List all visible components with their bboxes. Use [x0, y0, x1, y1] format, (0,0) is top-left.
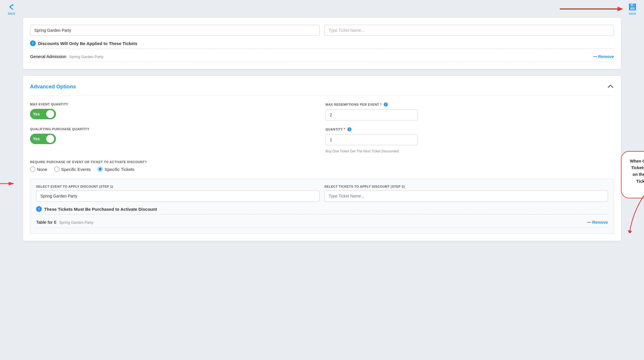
toolbar: back save — [0, 0, 644, 18]
svg-rect-5 — [633, 4, 634, 6]
radio-none[interactable]: None — [30, 167, 47, 172]
radio-none-label: None — [37, 167, 47, 172]
tickets-info-label: These Tickets Must Be Purchased to Activ… — [44, 207, 157, 212]
step1-col: SELECT EVENT TO APPLY DISCOUNT (STEP 1) — [36, 185, 320, 202]
radio-specific-tickets[interactable]: Specific Tickets — [98, 167, 134, 172]
max-redemptions-label: MAX REDEMPTIONS PER EVENT * i — [325, 102, 614, 107]
max-event-quantity-group: MAX EVENT QUANTITY Yes — [30, 102, 319, 120]
max-event-quantity-toggle[interactable]: Yes — [30, 109, 56, 119]
ticket-name-input[interactable] — [324, 25, 614, 36]
advanced-header: Advanced Options — [30, 83, 614, 96]
radio-tickets-label: Specific Tickets — [104, 167, 134, 172]
qualifying-toggle-circle — [46, 135, 54, 143]
radio-specific-events[interactable]: Specific Events — [54, 167, 91, 172]
svg-rect-4 — [630, 7, 635, 10]
red-arrow — [560, 4, 623, 14]
step-inputs: SELECT EVENT TO APPLY DISCOUNT (STEP 1) … — [36, 185, 608, 202]
event-inputs — [30, 25, 614, 36]
qualifying-purchase-toggle[interactable]: Yes — [30, 134, 56, 144]
advanced-card: Advanced Options MAX EVENT QUANTITY Yes — [23, 76, 621, 241]
require-purchase-label: REQUIRE PURCHASE OF EVENT OR TICKET TO A… — [30, 160, 614, 164]
remove-label-step: Remove — [592, 220, 608, 225]
qualifying-toggle-label: Yes — [32, 137, 40, 141]
top-card: i Discounts Will Only Be Applied to Thes… — [23, 18, 621, 69]
options-grid: MAX EVENT QUANTITY Yes MAX REDEMPTIONS P… — [30, 102, 614, 153]
ticket-event-text: Spring Garden Party — [69, 55, 104, 59]
remove-button-step[interactable]: Remove — [587, 220, 608, 225]
back-label: back — [8, 12, 15, 16]
collapse-button[interactable] — [607, 83, 614, 91]
max-redemptions-group: MAX REDEMPTIONS PER EVENT * i — [325, 102, 614, 120]
tickets-info-icon: i — [36, 206, 42, 212]
svg-rect-6 — [593, 56, 597, 57]
save-label: save — [629, 12, 636, 16]
quantity-label: QUANTITY * i — [325, 127, 614, 131]
back-button[interactable]: back — [7, 2, 16, 16]
step1-label: SELECT EVENT TO APPLY DISCOUNT (STEP 1) — [36, 185, 320, 188]
max-redemptions-input[interactable] — [325, 109, 418, 120]
advanced-options-title: Advanced Options — [30, 84, 76, 90]
max-event-quantity-label: MAX EVENT QUANTITY — [30, 102, 319, 106]
radio-none-input[interactable] — [30, 167, 35, 172]
max-event-toggle-label: Yes — [32, 112, 40, 116]
remove-label-top: Remove — [598, 54, 614, 59]
callout-main-bubble: When Customers Purchase one of these Tic… — [621, 151, 644, 198]
toggle-circle — [46, 110, 54, 118]
redemptions-info-icon[interactable]: i — [384, 102, 388, 107]
step-ticket-name-text: Table for 6 — [36, 220, 56, 225]
radio-group: None Specific Events Specific Tickets — [30, 167, 614, 172]
info-icon: i — [30, 40, 36, 46]
main-content: i Discounts Will Only Be Applied to Thes… — [0, 18, 644, 259]
radio-tickets-input[interactable] — [98, 167, 103, 172]
quantity-input[interactable] — [325, 134, 418, 145]
qualifying-purchase-group: QUALIFYING PURCHASE QUANTITY Yes — [30, 127, 319, 153]
toolbar-right: save — [560, 2, 637, 16]
ticket-name-text: General Admission — [30, 54, 66, 59]
step2-input[interactable] — [324, 191, 608, 202]
ticket-row: General Admission Spring Garden Party Re… — [30, 51, 614, 62]
quantity-info-icon[interactable]: i — [347, 127, 351, 131]
qualifying-purchase-label: QUALIFYING PURCHASE QUANTITY — [30, 127, 319, 131]
callout-main-arrow — [627, 195, 644, 233]
discounts-info-bar: i Discounts Will Only Be Applied to Thes… — [30, 40, 614, 49]
callout-toggle-arrow — [0, 181, 14, 186]
remove-button-top[interactable]: Remove — [593, 54, 614, 59]
step-ticket-event-text: Spring Garden Party — [59, 220, 93, 225]
quantity-hint: Buy One Ticket Get The Next Ticket Disco… — [325, 149, 614, 153]
svg-marker-1 — [617, 7, 623, 11]
radio-events-label: Specific Events — [61, 167, 91, 172]
radio-events-input[interactable] — [54, 167, 59, 172]
step1-input[interactable] — [36, 191, 320, 202]
tickets-info-bar: i These Tickets Must Be Purchased to Act… — [36, 206, 608, 214]
ticket-row-step: Table for 6 Spring Garden Party Remove — [36, 217, 608, 228]
step2-col: SELECT TICKETS TO APPLY DISCOUNT (STEP 2… — [324, 185, 608, 202]
svg-marker-9 — [9, 182, 14, 185]
require-purchase-section: REQUIRE PURCHASE OF EVENT OR TICKET TO A… — [30, 160, 614, 172]
event-name-input[interactable] — [30, 25, 320, 36]
quantity-group: QUANTITY * i Buy One Ticket Get The Next… — [325, 127, 614, 153]
ticket-name: General Admission Spring Garden Party — [30, 54, 103, 59]
svg-marker-10 — [628, 230, 632, 233]
step-section: SELECT EVENT TO APPLY DISCOUNT (STEP 1) … — [30, 179, 614, 234]
svg-rect-7 — [587, 222, 591, 223]
discounts-info-label: Discounts Will Only Be Applied to These … — [38, 41, 137, 46]
callout-main-container: When Customers Purchase one of these Tic… — [621, 151, 644, 198]
step-ticket-name: Table for 6 Spring Garden Party — [36, 220, 93, 225]
step2-label: SELECT TICKETS TO APPLY DISCOUNT (STEP 2… — [324, 185, 608, 188]
save-button[interactable]: save — [628, 2, 637, 16]
